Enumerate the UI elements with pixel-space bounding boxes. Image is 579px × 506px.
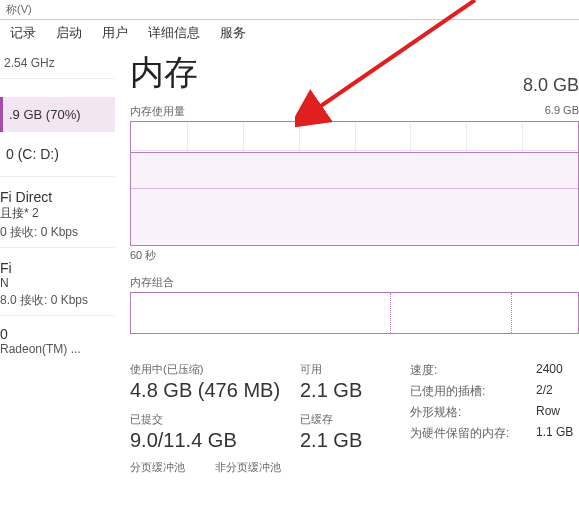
available-label: 可用 (300, 362, 390, 377)
slots-key: 已使用的插槽: (410, 383, 520, 400)
sidebar: 2.54 GHz .9 GB (70%) 0 (C: D:) Fi Direct… (0, 50, 115, 356)
hardware-info: 速度:2400 已使用的插槽:2/2 外形规格:Row 为硬件保留的内存:1.1… (410, 362, 573, 452)
sidebar-cpu-freq[interactable]: 2.54 GHz (0, 50, 115, 79)
sidebar-gpu[interactable]: 0 Radeon(TM) ... (0, 316, 115, 356)
available-value: 2.1 GB (300, 379, 390, 402)
stats-block: 使用中(已压缩) 可用 4.8 GB (476 MB) 2.1 GB 已提交 已… (130, 362, 579, 452)
in-use-value: 4.8 GB (476 MB) (130, 379, 300, 402)
tab-startup[interactable]: 启动 (46, 20, 92, 46)
x-axis-label: 60 秒 (130, 248, 579, 263)
wifi-direct-sub: 且接* 2 (0, 205, 115, 222)
memory-usage-chart[interactable] (130, 121, 579, 246)
form-val: Row (536, 404, 560, 421)
committed-label: 已提交 (130, 412, 300, 427)
usage-chart-max: 6.9 GB (545, 104, 579, 119)
memory-composition-chart[interactable] (130, 292, 579, 334)
wifi-direct-rx: 0 接收: 0 Kbps (0, 224, 115, 241)
sidebar-wifi[interactable]: Fi N 8.0 接收: 0 Kbps (0, 248, 115, 316)
gpu-title: 0 (0, 326, 115, 342)
tab-users[interactable]: 用户 (92, 20, 138, 46)
wifi-title: Fi (0, 260, 115, 276)
wifi-direct-title: Fi Direct (0, 189, 115, 205)
slots-val: 2/2 (536, 383, 553, 400)
page-title: 内存 (130, 50, 198, 96)
gpu-sub: Radeon(TM) ... (0, 342, 115, 356)
form-key: 外形规格: (410, 404, 520, 421)
wifi-sub: N (0, 276, 115, 290)
main-panel: 内存 8.0 GB 内存使用量 6.9 GB 60 秒 内存组合 使用中(已压缩… (130, 50, 579, 506)
wifi-rx: 8.0 接收: 0 Kbps (0, 292, 115, 309)
sidebar-wifi-direct[interactable]: Fi Direct 且接* 2 0 接收: 0 Kbps (0, 177, 115, 248)
paged-pool-label: 分页缓冲池 (130, 460, 185, 475)
tab-history[interactable]: 记录 (0, 20, 46, 46)
speed-val: 2400 (536, 362, 563, 379)
tab-services[interactable]: 服务 (210, 20, 256, 46)
cached-value: 2.1 GB (300, 429, 390, 452)
tab-bar: 记录 启动 用户 详细信息 服务 (0, 20, 256, 46)
committed-value: 9.0/11.4 GB (130, 429, 300, 452)
reserved-key: 为硬件保留的内存: (410, 425, 520, 442)
composition-label: 内存组合 (130, 275, 579, 290)
in-use-label: 使用中(已压缩) (130, 362, 300, 377)
tab-details[interactable]: 详细信息 (138, 20, 210, 46)
speed-key: 速度: (410, 362, 520, 379)
sidebar-disk[interactable]: 0 (C: D:) (0, 132, 115, 177)
reserved-val: 1.1 GB (536, 425, 573, 442)
cached-label: 已缓存 (300, 412, 390, 427)
memory-total: 8.0 GB (523, 75, 579, 96)
nonpaged-pool-label: 非分页缓冲池 (215, 460, 281, 475)
window-menu-fragment: 称(V) (0, 0, 579, 20)
usage-compressed-line (131, 188, 578, 245)
usage-chart-label: 内存使用量 (130, 104, 185, 119)
sidebar-memory-selected[interactable]: .9 GB (70%) (0, 97, 115, 132)
